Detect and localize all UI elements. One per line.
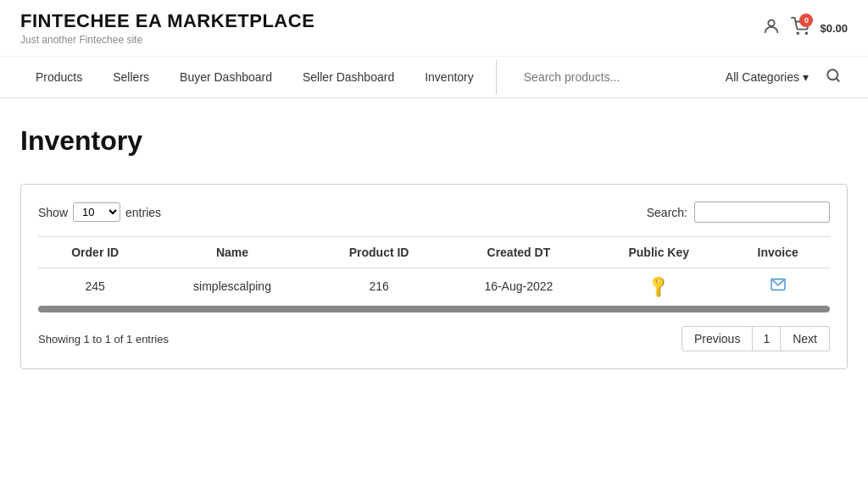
cart-badge: 0 bbox=[799, 14, 813, 27]
svg-line-4 bbox=[836, 79, 838, 81]
search-input[interactable] bbox=[517, 67, 715, 87]
col-order-id: Order ID bbox=[38, 237, 152, 268]
nav-seller-dashboard[interactable]: Seller Dashboard bbox=[287, 57, 409, 97]
table-scrollbar-thumb bbox=[38, 306, 830, 312]
cell-invoice bbox=[726, 268, 830, 305]
cart-amount: $0.00 bbox=[820, 22, 848, 35]
table-info: Showing 1 to 1 of 1 entries bbox=[38, 333, 169, 346]
search-area: All Categories ▾ bbox=[517, 61, 848, 93]
cart-button[interactable]: 0 bbox=[791, 17, 810, 40]
mail-icon[interactable] bbox=[770, 278, 787, 295]
site-tagline: Just another Fintechee site bbox=[20, 34, 314, 46]
next-button[interactable]: Next bbox=[781, 326, 830, 351]
site-header: FINTECHEE EA MARKETPLACE Just another Fi… bbox=[0, 0, 868, 57]
table-search: Search: bbox=[647, 202, 830, 223]
col-public-key: Public Key bbox=[592, 237, 726, 268]
page-number: 1 bbox=[753, 326, 781, 351]
entries-select[interactable]: 10 25 50 100 bbox=[73, 202, 120, 222]
search-button[interactable] bbox=[819, 61, 848, 93]
table-scrollbar[interactable] bbox=[38, 306, 830, 312]
col-name: Name bbox=[152, 237, 312, 268]
cell-product-id: 216 bbox=[313, 268, 446, 305]
cell-name: simplescalping bbox=[152, 268, 312, 305]
svg-point-2 bbox=[806, 32, 808, 34]
page-title: Inventory bbox=[20, 125, 848, 157]
cell-public-key: 🔑 bbox=[592, 268, 726, 305]
table-header-row: Order ID Name Product ID Created DT Publ… bbox=[38, 237, 830, 268]
col-invoice: Invoice bbox=[726, 237, 830, 268]
show-entries-control: Show 10 25 50 100 entries bbox=[38, 202, 161, 222]
show-label: Show bbox=[38, 206, 68, 219]
nav-buyer-dashboard[interactable]: Buyer Dashboard bbox=[164, 57, 287, 97]
site-branding: FINTECHEE EA MARKETPLACE Just another Fi… bbox=[20, 10, 314, 46]
table-search-input[interactable] bbox=[694, 202, 830, 223]
header-icons: 0 $0.00 bbox=[762, 17, 848, 40]
table-container: Show 10 25 50 100 entries Search: Order … bbox=[20, 184, 848, 369]
previous-button[interactable]: Previous bbox=[682, 326, 753, 351]
search-label: Search: bbox=[647, 206, 687, 219]
category-label: All Categories bbox=[726, 70, 799, 84]
svg-point-0 bbox=[769, 19, 775, 25]
site-nav: Products Sellers Buyer Dashboard Seller … bbox=[0, 57, 868, 98]
table-footer: Showing 1 to 1 of 1 entries Previous 1 N… bbox=[38, 326, 830, 351]
svg-point-1 bbox=[798, 32, 799, 34]
nav-divider bbox=[496, 60, 497, 94]
table-controls: Show 10 25 50 100 entries Search: bbox=[38, 202, 830, 223]
col-product-id: Product ID bbox=[313, 237, 446, 268]
cell-created-dt: 16-Aug-2022 bbox=[446, 268, 593, 305]
key-icon[interactable]: 🔑 bbox=[646, 274, 672, 300]
pagination: Previous 1 Next bbox=[682, 326, 830, 351]
data-table: Order ID Name Product ID Created DT Publ… bbox=[38, 236, 830, 304]
entries-label: entries bbox=[125, 206, 161, 219]
nav-links: Products Sellers Buyer Dashboard Seller … bbox=[20, 57, 489, 97]
nav-sellers[interactable]: Sellers bbox=[97, 57, 164, 97]
table-row: 245 simplescalping 216 16-Aug-2022 🔑 bbox=[38, 268, 830, 305]
nav-inventory[interactable]: Inventory bbox=[409, 57, 489, 97]
page-content: Inventory Show 10 25 50 100 entries Sear… bbox=[0, 98, 868, 396]
site-title: FINTECHEE EA MARKETPLACE bbox=[20, 10, 314, 32]
cell-order-id: 245 bbox=[38, 268, 152, 305]
chevron-down-icon: ▾ bbox=[803, 70, 809, 84]
nav-products[interactable]: Products bbox=[20, 57, 97, 97]
category-dropdown[interactable]: All Categories ▾ bbox=[715, 70, 819, 84]
col-created-dt: Created DT bbox=[446, 237, 593, 268]
account-button[interactable] bbox=[762, 17, 781, 40]
